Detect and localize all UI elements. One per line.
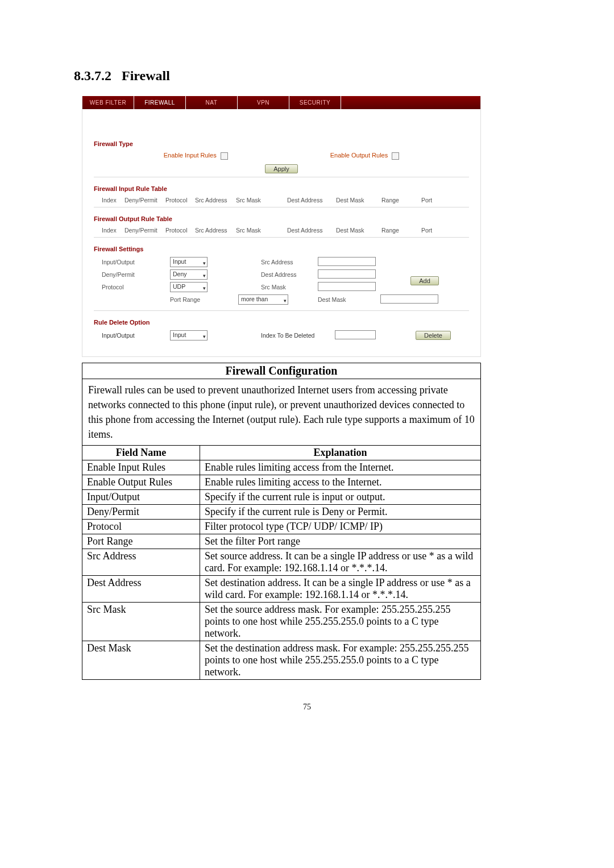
- firewall-settings-heading: Firewall Settings: [94, 246, 469, 252]
- cfg-expl: Enable rules limiting access from the In…: [200, 460, 481, 475]
- table-row: ProtocolFilter protocol type (TCP/ UDP/ …: [82, 519, 480, 534]
- col-range: Range: [381, 197, 421, 203]
- cfg-field: Deny/Permit: [82, 504, 200, 519]
- rule-delete-heading: Rule Delete Option: [94, 319, 469, 326]
- cfg-field: Protocol: [82, 519, 200, 534]
- cfg-expl: Set source address. It can be a single I…: [200, 549, 481, 575]
- cfg-field: Dest Mask: [82, 641, 200, 679]
- delete-index-input[interactable]: [335, 330, 376, 339]
- table-row: Enable Input RulesEnable rules limiting …: [82, 460, 480, 475]
- cfg-expl: Set destination address. It can be a sin…: [200, 575, 481, 602]
- tab-vpn[interactable]: VPN: [238, 96, 289, 110]
- cfg-description: Firewall rules can be used to prevent un…: [82, 379, 480, 445]
- firewall-screenshot: WEB FILTER FIREWALL NAT VPN SECURITY Fir…: [82, 96, 481, 357]
- cfg-title: Firewall Configuration: [82, 363, 480, 379]
- table-row: Dest AddressSet destination address. It …: [82, 575, 480, 602]
- col-index: Index: [102, 227, 125, 234]
- section-heading: 8.3.7.2 Firewall: [74, 68, 540, 84]
- cfg-field: Src Mask: [82, 602, 200, 641]
- cfg-hd-expl: Explanation: [200, 445, 481, 460]
- proto-label: Protocol: [102, 284, 170, 290]
- tab-bar: WEB FILTER FIREWALL NAT VPN SECURITY: [82, 96, 480, 110]
- col-dest-address: Dest Address: [287, 227, 336, 234]
- col-protocol: Protocol: [165, 227, 195, 234]
- apply-button[interactable]: Apply: [265, 164, 298, 173]
- table-row: Src MaskSet the source address mask. For…: [82, 602, 480, 641]
- cfg-field: Enable Output Rules: [82, 475, 200, 489]
- table-row: Src AddressSet source address. It can be…: [82, 549, 480, 575]
- cfg-hd-field: Field Name: [82, 445, 200, 460]
- delete-io-label: Input/Output: [102, 332, 170, 339]
- enable-input-rules-checkbox[interactable]: [221, 152, 228, 160]
- firewall-type-heading: Firewall Type: [94, 140, 469, 147]
- rule-delete-form: Input/Output Input▾ Index To Be Deleted …: [102, 330, 469, 340]
- col-index: Index: [102, 197, 125, 203]
- firewall-config-table: Firewall Configuration Firewall rules ca…: [82, 363, 481, 680]
- src-address-label: Src Address: [261, 259, 318, 265]
- tab-nat[interactable]: NAT: [186, 96, 238, 110]
- dp-label: Deny/Permit: [102, 271, 170, 278]
- delete-button[interactable]: Delete: [416, 331, 451, 340]
- col-dest-address: Dest Address: [287, 197, 336, 203]
- src-mask-input[interactable]: [318, 282, 376, 291]
- output-rule-heading: Firewall Output Rule Table: [94, 215, 469, 222]
- dest-address-input[interactable]: [318, 269, 376, 279]
- enable-output-rules-checkbox[interactable]: [392, 152, 399, 160]
- tab-web-filter[interactable]: WEB FILTER: [82, 96, 134, 110]
- add-button[interactable]: Add: [410, 276, 439, 285]
- input-rule-heading: Firewall Input Rule Table: [94, 185, 469, 192]
- port-range-label: Port Range: [170, 296, 238, 303]
- tab-firewall[interactable]: FIREWALL: [134, 96, 186, 110]
- table-row: Dest MaskSet the destination address mas…: [82, 641, 480, 679]
- tab-bar-rest: [341, 96, 480, 110]
- chevron-down-icon: ▾: [203, 259, 206, 267]
- firewall-settings-form: Input/Output Input▾ Src Address Deny/Per…: [102, 257, 469, 307]
- dest-address-label: Dest Address: [261, 271, 318, 278]
- col-deny-permit: Deny/Permit: [125, 197, 165, 203]
- enable-output-rules-label: Enable Output Rules: [330, 152, 388, 159]
- cfg-expl: Set the filter Port range: [200, 534, 481, 549]
- dest-mask-label: Dest Mask: [318, 296, 380, 303]
- chevron-down-icon: ▾: [203, 333, 206, 340]
- cfg-field: Port Range: [82, 534, 200, 549]
- cfg-expl: Set the source address mask. For example…: [200, 602, 481, 641]
- col-src-mask: Src Mask: [236, 227, 287, 234]
- delete-io-select[interactable]: Input▾: [170, 330, 208, 340]
- output-rule-table-header: Index Deny/Permit Protocol Src Address S…: [102, 227, 469, 234]
- tab-security[interactable]: SECURITY: [289, 96, 341, 110]
- table-row: Input/OutputSpecify if the current rule …: [82, 489, 480, 504]
- cfg-field: Enable Input Rules: [82, 460, 200, 475]
- dest-mask-input[interactable]: [380, 294, 438, 304]
- src-mask-label: Src Mask: [261, 284, 318, 290]
- col-protocol: Protocol: [165, 197, 195, 203]
- section-title: Firewall: [122, 68, 170, 83]
- cfg-field: Src Address: [82, 549, 200, 575]
- enable-input-rules-label: Enable Input Rules: [164, 152, 217, 159]
- table-row: Enable Output RulesEnable rules limiting…: [82, 475, 480, 489]
- col-src-mask: Src Mask: [236, 197, 287, 203]
- col-dest-mask: Dest Mask: [336, 197, 381, 203]
- cfg-field: Dest Address: [82, 575, 200, 602]
- col-dest-mask: Dest Mask: [336, 227, 381, 234]
- table-row: Port RangeSet the filter Port range: [82, 534, 480, 549]
- src-address-input[interactable]: [318, 257, 376, 266]
- input-rule-table-header: Index Deny/Permit Protocol Src Address S…: [102, 197, 469, 203]
- chevron-down-icon: ▾: [284, 297, 287, 305]
- cfg-field: Input/Output: [82, 489, 200, 504]
- cfg-expl: Enable rules limiting access to the Inte…: [200, 475, 481, 489]
- cfg-expl: Specify if the current rule is Deny or P…: [200, 504, 481, 519]
- section-number: 8.3.7.2: [74, 68, 111, 83]
- cfg-expl: Specify if the current rule is input or …: [200, 489, 481, 504]
- io-select[interactable]: Input▾: [170, 257, 208, 267]
- col-src-address: Src Address: [195, 227, 236, 234]
- table-row: Deny/PermitSpecify if the current rule i…: [82, 504, 480, 519]
- dp-select[interactable]: Deny▾: [170, 269, 208, 280]
- proto-select[interactable]: UDP▾: [170, 282, 208, 292]
- delete-index-label: Index To Be Deleted: [261, 332, 335, 339]
- port-range-select[interactable]: more than▾: [238, 294, 288, 305]
- col-range: Range: [381, 227, 421, 234]
- page-number: 75: [74, 703, 540, 712]
- cfg-expl: Filter protocol type (TCP/ UDP/ ICMP/ IP…: [200, 519, 481, 534]
- chevron-down-icon: ▾: [203, 284, 206, 292]
- io-label: Input/Output: [102, 259, 170, 265]
